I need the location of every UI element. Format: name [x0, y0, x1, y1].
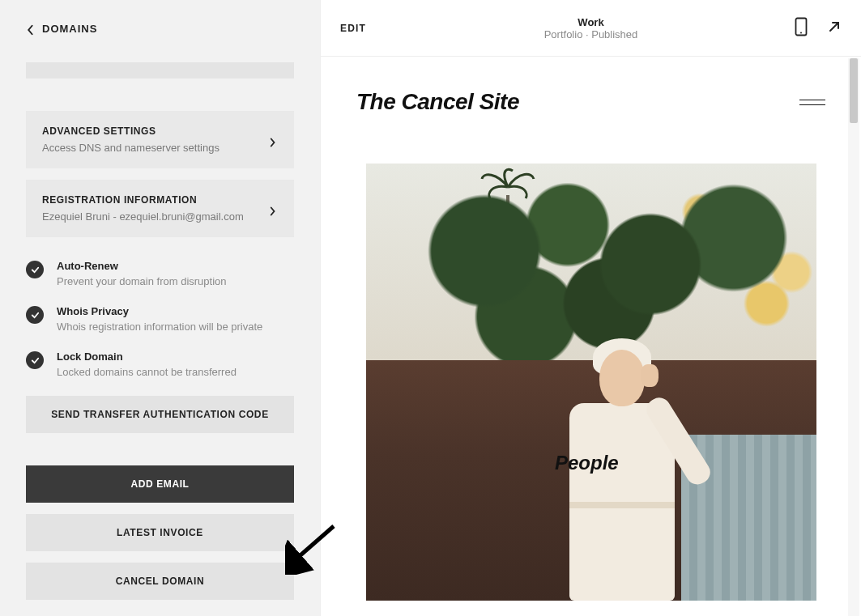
domain-name-bar: [26, 62, 294, 79]
panel-advanced-settings[interactable]: ADVANCED SETTINGS Access DNS and nameser…: [26, 111, 294, 168]
toggle-title: Auto-Renew: [57, 260, 227, 272]
preview-scrollbar[interactable]: [848, 58, 859, 616]
hero-label: People: [555, 452, 619, 474]
domain-settings-sidebar: DOMAINS ADVANCED SETTINGS Access DNS and…: [0, 0, 320, 616]
back-label: DOMAINS: [42, 23, 97, 35]
toggle-lock-domain[interactable]: Lock Domain Locked domains cannot be tra…: [26, 350, 294, 378]
panel-registration-information[interactable]: REGISTRATION INFORMATION Ezequiel Bruni …: [26, 180, 294, 237]
svg-point-1: [800, 32, 802, 33]
mobile-preview-icon[interactable]: [795, 17, 808, 40]
panel-sub: Access DNS and nameserver settings: [42, 142, 220, 154]
preview-header: EDIT Work Portfolio · Published: [321, 0, 861, 57]
hamburger-menu-icon[interactable]: [799, 96, 825, 109]
preview-page-info: Work Portfolio · Published: [544, 16, 638, 40]
send-transfer-code-button[interactable]: SEND TRANSFER AUTHENTICATION CODE: [26, 396, 294, 433]
edit-button[interactable]: EDIT: [340, 23, 366, 34]
add-email-button[interactable]: ADD EMAIL: [26, 465, 294, 503]
toggle-sub: Locked domains cannot be transferred: [57, 366, 237, 378]
toggle-title: Lock Domain: [57, 350, 237, 363]
check-icon: [26, 261, 44, 278]
chevron-right-icon: [270, 136, 278, 144]
toggle-auto-renew[interactable]: Auto-Renew Prevent your domain from disr…: [26, 260, 294, 287]
check-icon: [26, 306, 44, 324]
domain-toggles: Auto-Renew Prevent your domain from disr…: [26, 260, 294, 378]
panel-sub: Ezequiel Bruni - ezequiel.bruni@gmail.co…: [42, 210, 244, 223]
cancel-domain-button[interactable]: CANCEL DOMAIN: [26, 563, 294, 600]
back-to-domains[interactable]: DOMAINS: [26, 23, 294, 35]
latest-invoice-button[interactable]: LATEST INVOICE: [26, 514, 294, 551]
preview-page-title: Work: [544, 16, 638, 28]
chevron-right-icon: [270, 205, 278, 213]
panel-title: ADVANCED SETTINGS: [42, 125, 220, 137]
hero-image[interactable]: People: [366, 164, 816, 601]
preview-body: The Cancel Site: [321, 57, 861, 616]
check-icon: [26, 351, 44, 369]
chevron-left-icon: [26, 24, 36, 34]
toggle-sub: Whois registration information will be p…: [57, 321, 262, 333]
site-title: The Cancel Site: [356, 89, 519, 115]
toggle-title: Whois Privacy: [57, 305, 262, 317]
open-external-icon[interactable]: [827, 19, 842, 37]
panel-title: REGISTRATION INFORMATION: [42, 194, 244, 206]
preview-page-sub: Portfolio · Published: [544, 28, 638, 40]
toggle-whois-privacy[interactable]: Whois Privacy Whois registration informa…: [26, 305, 294, 333]
site-header: The Cancel Site: [356, 89, 825, 115]
site-preview: EDIT Work Portfolio · Published The Canc…: [320, 0, 861, 616]
scrollbar-thumb[interactable]: [850, 58, 858, 123]
toggle-sub: Prevent your domain from disruption: [57, 275, 227, 287]
